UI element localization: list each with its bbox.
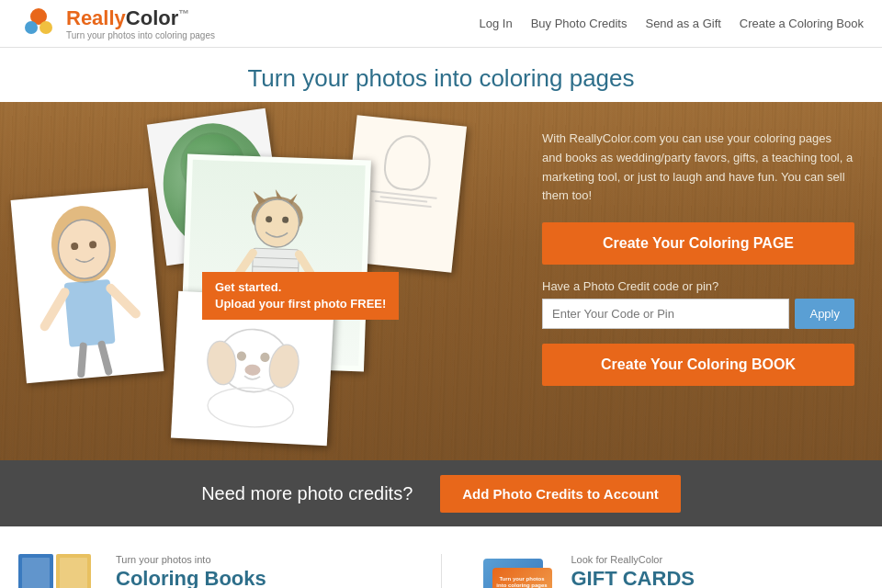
gc-card-front: Turn your photosinto coloring pages $6.9… — [492, 568, 552, 588]
pages-area: Get started. Upload your first photo FRE… — [0, 102, 496, 460]
giftcards-heading: GIFT CARDS — [571, 567, 858, 588]
svg-point-34 — [260, 353, 270, 363]
get-started-line2: Upload your first photo FREE! — [215, 296, 386, 312]
credit-input-row: Apply — [542, 299, 854, 329]
logo-main: ReallyColor™ — [66, 6, 215, 30]
logo-text-group: ReallyColor™ Turn your photos into color… — [66, 6, 215, 40]
hero-section: Get started. Upload your first photo FRE… — [0, 102, 882, 460]
bottom-col-books: My Best Seller This Hotel Turn your phot… — [18, 554, 404, 588]
right-panel: With ReallyColor.com you can use your co… — [542, 130, 854, 401]
svg-point-2 — [40, 21, 52, 34]
svg-line-12 — [102, 344, 109, 371]
credits-banner: Need more photo credits? Add Photo Credi… — [0, 460, 882, 526]
book-thumb: My Best Seller This Hotel — [18, 554, 101, 588]
logo-tagline: Turn your photos into coloring pages — [66, 30, 215, 40]
books-text: Turn your photos into Coloring Books Upl… — [116, 554, 404, 588]
get-started-overlay[interactable]: Get started. Upload your first photo FRE… — [202, 272, 399, 320]
girl-sketch — [11, 188, 164, 383]
apply-button[interactable]: Apply — [795, 299, 854, 329]
logo-color: Color — [126, 6, 178, 29]
bottom-divider-1 — [441, 554, 442, 588]
nav: Log In Buy Photo Credits Send as a Gift … — [480, 17, 864, 30]
books-pre-heading: Turn your photos into — [116, 554, 404, 565]
nav-buy-credits[interactable]: Buy Photo Credits — [531, 17, 628, 30]
logo-icon — [18, 4, 59, 44]
giftcards-pre-heading: Look for ReallyColor — [571, 554, 858, 565]
credits-text: Need more photo credits? — [201, 483, 413, 504]
svg-point-35 — [244, 364, 261, 376]
header: ReallyColor™ Turn your photos into color… — [0, 0, 882, 48]
book-page-2: This Hotel — [56, 554, 91, 588]
bottom-col-giftcards: $25 Turn your photosinto coloring pages … — [479, 554, 865, 588]
svg-line-10 — [110, 287, 136, 316]
credit-section: Have a Photo Credit code or pin? Apply — [542, 279, 854, 329]
svg-line-11 — [79, 346, 86, 374]
nav-login[interactable]: Log In — [480, 17, 513, 30]
nav-gift[interactable]: Send as a Gift — [645, 17, 720, 30]
svg-point-31 — [205, 339, 238, 386]
nav-create-book[interactable]: Create a Coloring Book — [740, 17, 864, 30]
hero-description: With ReallyColor.com you can use your co… — [542, 130, 854, 206]
get-started-line1: Get started. — [215, 279, 386, 296]
svg-line-9 — [42, 292, 68, 326]
books-heading: Coloring Books — [116, 567, 404, 588]
credit-label: Have a Photo Credit code or pin? — [542, 279, 854, 293]
bottom-section: My Best Seller This Hotel Turn your phot… — [0, 526, 882, 588]
svg-point-32 — [266, 342, 303, 390]
create-page-button[interactable]: Create Your Coloring PAGE — [542, 222, 854, 265]
hero-headline: Turn your photos into coloring pages — [0, 48, 882, 102]
svg-point-17 — [254, 198, 300, 248]
logo-tm: ™ — [178, 7, 189, 20]
svg-point-33 — [237, 351, 247, 361]
logo-area: ReallyColor™ Turn your photos into color… — [18, 4, 215, 44]
add-credits-button[interactable]: Add Photo Credits to Account — [440, 475, 681, 513]
credit-input[interactable] — [542, 299, 789, 329]
logo-really: Really — [66, 6, 126, 29]
giftcard-thumb: $25 Turn your photosinto coloring pages … — [479, 554, 557, 588]
giftcards-text: Look for ReallyColor GIFT CARDS Great fo… — [571, 554, 858, 588]
book-page-1: My Best Seller — [18, 554, 53, 588]
create-book-button[interactable]: Create Your Coloring BOOK — [542, 344, 854, 386]
svg-point-1 — [25, 21, 38, 34]
svg-point-3 — [33, 11, 44, 22]
page-girl — [11, 188, 164, 383]
